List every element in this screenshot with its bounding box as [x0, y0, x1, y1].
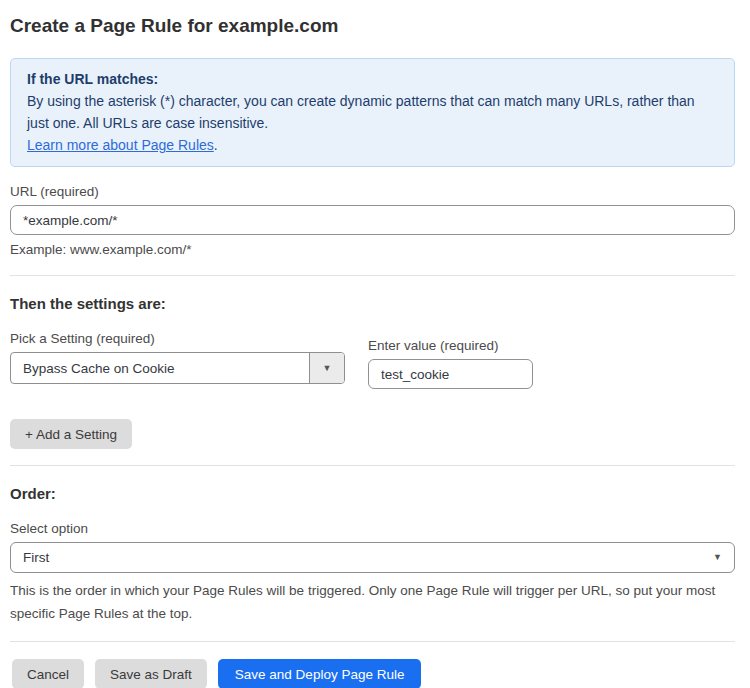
chevron-down-icon: ▼ [323, 364, 332, 373]
info-box-heading: If the URL matches: [27, 68, 718, 90]
url-example-help-text: Example: www.example.com/* [10, 241, 735, 259]
pick-setting-column: Pick a Setting (required) Bypass Cache o… [10, 314, 345, 384]
pick-setting-arrow-button[interactable]: ▼ [309, 353, 344, 383]
setting-value-input[interactable] [368, 359, 533, 389]
url-matches-info-box: If the URL matches: By using the asteris… [10, 58, 735, 167]
url-input[interactable] [10, 205, 735, 235]
pick-setting-label: Pick a Setting (required) [10, 330, 345, 348]
info-box-body: By using the asterisk (*) character, you… [27, 90, 718, 134]
url-field-label: URL (required) [10, 183, 735, 201]
order-section-heading: Order: [10, 484, 735, 504]
enter-value-label: Enter value (required) [368, 337, 533, 355]
cancel-button[interactable]: Cancel [12, 659, 84, 688]
info-box-link-line: Learn more about Page Rules. [27, 134, 718, 156]
create-page-rule-form: Create a Page Rule for example.com If th… [0, 0, 750, 688]
settings-section-heading: Then the settings are: [10, 294, 735, 314]
save-and-deploy-button[interactable]: Save and Deploy Page Rule [218, 659, 422, 688]
order-selected-value: First [23, 550, 713, 565]
pick-setting-selected-value: Bypass Cache on Cookie [11, 353, 309, 383]
save-as-draft-button[interactable]: Save as Draft [95, 659, 207, 688]
divider [10, 641, 735, 642]
pick-setting-select[interactable]: Bypass Cache on Cookie ▼ [10, 352, 345, 384]
link-suffix: . [214, 137, 218, 153]
settings-row: Pick a Setting (required) Bypass Cache o… [10, 314, 735, 389]
order-select[interactable]: First ▼ [10, 542, 735, 573]
order-description-text: This is the order in which your Page Rul… [10, 579, 720, 625]
learn-more-link[interactable]: Learn more about Page Rules [27, 137, 214, 153]
divider [10, 465, 735, 466]
form-actions: Cancel Save as Draft Save and Deploy Pag… [12, 659, 735, 688]
add-setting-button[interactable]: + Add a Setting [10, 419, 132, 449]
page-title: Create a Page Rule for example.com [10, 0, 735, 38]
enter-value-column: Enter value (required) [368, 314, 533, 389]
divider [10, 275, 735, 276]
order-select-label: Select option [10, 520, 735, 538]
chevron-down-icon: ▼ [713, 553, 722, 562]
